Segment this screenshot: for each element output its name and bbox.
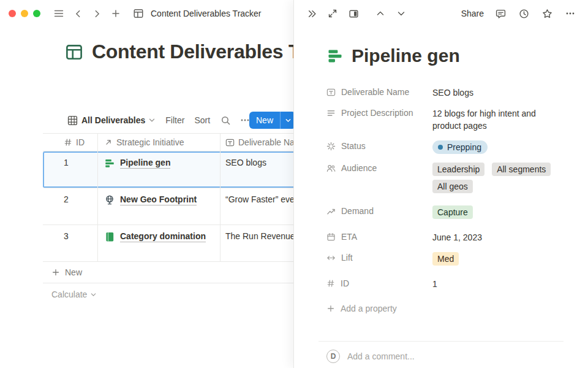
cell-id[interactable]: 1	[43, 151, 98, 188]
property-value[interactable]: Prepping	[432, 140, 564, 154]
property-eta: ETA June 1, 2023	[326, 227, 564, 248]
property-value[interactable]: Capture	[432, 205, 564, 223]
chevron-down-icon	[396, 9, 406, 18]
cell-id[interactable]: 3	[43, 225, 98, 261]
close-peek-button[interactable]	[305, 6, 318, 21]
plus-icon	[111, 9, 121, 18]
property-deliverable-name: Deliverable Name SEO blogs	[326, 82, 564, 103]
page-link[interactable]: Pipeline gen	[104, 158, 170, 169]
chevron-down-icon[interactable]	[148, 117, 156, 124]
property-value[interactable]: 12 blogs for high intent and product pag…	[432, 107, 564, 132]
status-badge[interactable]: Prepping	[432, 140, 488, 154]
property-label[interactable]: Project Description	[326, 107, 432, 118]
minimize-window-button[interactable]	[21, 10, 28, 17]
cell-strategic-initiative[interactable]: New Geo Footprint	[98, 188, 221, 224]
column-header-strategic-initiative[interactable]: Strategic Initiative	[98, 134, 221, 151]
status-burst-icon	[326, 142, 336, 151]
new-row-label: New	[65, 267, 82, 277]
next-record-button[interactable]	[394, 6, 408, 21]
filter-button[interactable]: Filter	[165, 115, 184, 125]
green-bar-chart-icon	[104, 158, 115, 169]
page-link[interactable]: New Geo Footprint	[104, 194, 197, 205]
property-project-description: Project Description 12 blogs for high in…	[326, 103, 564, 136]
property-label[interactable]: ETA	[326, 231, 432, 242]
property-label[interactable]: Deliverable Name	[326, 86, 432, 97]
property-label-text: Lift	[341, 253, 353, 263]
updates-button[interactable]	[517, 6, 530, 21]
property-value[interactable]: Med	[432, 252, 564, 269]
titlebar-page-title[interactable]: Content Deliverables Tracker	[151, 9, 262, 18]
back-button[interactable]	[71, 6, 85, 21]
panel-body: Pipeline gen Deliverable Name SEO blogs	[294, 27, 588, 363]
property-value[interactable]: SEO blogs	[432, 86, 564, 99]
panel-toolbar: Share	[294, 0, 588, 27]
deliverable-value: SEO blogs	[225, 158, 266, 167]
page-link-label: New Geo Footprint	[120, 194, 197, 205]
property-label-text: Status	[341, 141, 366, 151]
plus-icon	[51, 268, 60, 277]
hash-icon	[64, 138, 72, 147]
page-table-icon[interactable]	[65, 43, 83, 61]
side-peek-panel: Share Pipeline gen	[293, 0, 588, 368]
close-window-button[interactable]	[9, 10, 16, 17]
demand-tag[interactable]: Capture	[432, 205, 473, 219]
new-page-button[interactable]	[109, 6, 123, 21]
share-button[interactable]: Share	[461, 9, 484, 18]
forward-button[interactable]	[90, 6, 104, 21]
open-full-page-button[interactable]	[326, 6, 339, 21]
property-value[interactable]: 1	[432, 278, 564, 290]
new-record-button[interactable]: New	[249, 112, 280, 129]
cell-strategic-initiative[interactable]: Category domination	[98, 225, 221, 261]
zoom-window-button[interactable]	[33, 10, 40, 17]
view-selector[interactable]: All Deliverables	[81, 115, 145, 125]
property-label-text: ID	[341, 278, 349, 288]
chevron-up-icon	[375, 9, 385, 18]
lift-tag[interactable]: Med	[432, 252, 459, 266]
add-property-button[interactable]: Add a property	[326, 298, 564, 319]
property-demand: Demand Capture	[326, 201, 564, 227]
clock-icon	[519, 9, 529, 19]
cell-strategic-initiative[interactable]: Pipeline gen	[98, 151, 221, 188]
property-label[interactable]: Audience	[326, 163, 432, 173]
page-link[interactable]: Category domination	[104, 231, 206, 242]
property-value[interactable]: June 1, 2023	[432, 231, 564, 243]
search-button[interactable]	[219, 113, 232, 128]
record-title[interactable]: Pipeline gen	[352, 45, 460, 66]
green-book-icon	[104, 231, 115, 242]
sidebar-toggle-button[interactable]	[52, 6, 66, 21]
property-label[interactable]: Status	[326, 140, 432, 151]
column-label: ID	[76, 137, 85, 147]
comment-composer[interactable]: D Add a comment...	[326, 342, 564, 363]
comments-button[interactable]	[494, 6, 507, 21]
property-label[interactable]: Demand	[326, 205, 432, 216]
property-list: Deliverable Name SEO blogs Project Descr…	[326, 82, 564, 319]
previous-record-button[interactable]	[374, 6, 387, 21]
audience-tag[interactable]: All segments	[492, 163, 551, 176]
property-label-text: Audience	[341, 163, 377, 173]
column-header-id[interactable]: ID	[43, 134, 98, 151]
title-icon	[326, 88, 336, 97]
audience-tag[interactable]: All geos	[432, 180, 473, 193]
deliverable-value: “Grow Faster” eve	[225, 194, 295, 204]
property-label[interactable]: ID	[326, 278, 432, 288]
plus-icon	[326, 304, 335, 313]
favorite-button[interactable]	[540, 6, 554, 21]
page-options-button[interactable]	[564, 6, 577, 21]
green-bar-chart-icon[interactable]	[326, 47, 344, 64]
search-icon	[221, 115, 231, 126]
property-value[interactable]: Leadership All segments All geos	[432, 163, 564, 197]
property-label-text: Demand	[341, 206, 374, 216]
people-icon	[326, 164, 336, 173]
sort-button[interactable]: Sort	[194, 115, 210, 125]
audience-tag[interactable]: Leadership	[432, 163, 484, 176]
comment-input[interactable]: Add a comment...	[347, 351, 415, 361]
property-label[interactable]: Lift	[326, 252, 432, 263]
chevron-right-icon	[92, 9, 102, 19]
title-icon	[225, 138, 235, 147]
property-label-text: Project Description	[341, 108, 413, 118]
cell-id[interactable]: 2	[43, 188, 98, 224]
peek-mode-button[interactable]	[347, 6, 360, 21]
property-label-text: ETA	[341, 232, 357, 242]
comment-bubble-icon	[496, 9, 506, 19]
property-status: Status Prepping	[326, 136, 564, 158]
